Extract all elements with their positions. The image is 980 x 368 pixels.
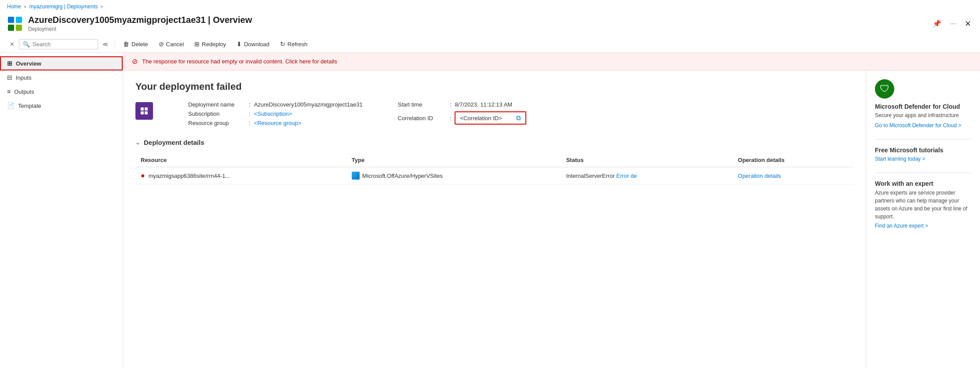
redeploy-button[interactable]: ⊞ Redeploy — [190, 38, 230, 50]
table-header-row: Resource Type Status Operation details — [135, 153, 853, 167]
page-header: AzureDiscovery1005myazmigproject1ae31 | … — [0, 13, 980, 36]
table-body: ● myazmigsapp6386site/rrn44-1... Microso… — [135, 167, 853, 184]
search-input[interactable] — [33, 41, 90, 48]
dep-sub-colon: : — [249, 110, 251, 117]
refresh-button[interactable]: ↻ Refresh — [276, 38, 312, 50]
sidebar-item-template[interactable]: 📄 Template — [0, 99, 123, 113]
dep-starttime-colon: : — [450, 101, 452, 108]
table-row: ● myazmigsapp6386site/rrn44-1... Microso… — [135, 167, 853, 184]
subscription-link[interactable]: <Subscription> — [254, 110, 292, 117]
resource-type-cell: Microsoft.OffAzure/HyperVSites — [352, 172, 556, 180]
dep-rg-colon: : — [249, 120, 251, 126]
tutorials-section: Free Microsoft tutorials Start learning … — [875, 147, 971, 162]
sidebar-item-inputs[interactable]: ⊟ Inputs — [0, 70, 123, 85]
cancel-icon: ⊘ — [159, 40, 164, 48]
rg-link[interactable]: <Resource group> — [254, 120, 302, 126]
sidebar-label-template: Template — [18, 103, 41, 109]
shield-icon: 🛡 — [880, 83, 889, 95]
col-status: Status — [561, 153, 733, 167]
svg-rect-5 — [145, 107, 148, 110]
col-operation: Operation details — [732, 153, 853, 167]
sidebar: ⊞ Overview ⊟ Inputs ≡ Outputs 📄 Template — [0, 53, 123, 368]
right-panel: 🛡 Microsoft Defender for Cloud Secure yo… — [866, 70, 980, 368]
inputs-icon: ⊟ — [7, 74, 12, 81]
close-button[interactable]: ✕ — [963, 17, 973, 30]
dep-name-value: AzureDiscovery1005myazmigproject1ae31 — [254, 101, 363, 108]
dep-name-colon: : — [249, 101, 251, 108]
expert-link[interactable]: Find an Azure expert > — [875, 223, 928, 229]
expert-title: Work with an expert — [875, 180, 971, 187]
delete-icon: 🗑 — [123, 40, 129, 48]
page-subtitle: Deployment — [28, 26, 925, 32]
alert-banner[interactable]: ⊘ The response for resource had empty or… — [123, 53, 980, 70]
download-icon: ⬇ — [237, 40, 242, 48]
collapse-button[interactable]: ✕ — [7, 39, 17, 49]
dep-rg-value: <Resource group> — [254, 120, 302, 126]
breadcrumb-sep1: > — [24, 4, 26, 9]
status-value: InternalServerError — [566, 173, 616, 179]
dep-sub-value: <Subscription> — [254, 110, 292, 117]
search-box[interactable]: 🔍 — [19, 39, 98, 49]
main-layout: ⊞ Overview ⊟ Inputs ≡ Outputs 📄 Template… — [0, 53, 980, 368]
more-options-button[interactable]: ··· — [948, 18, 958, 29]
expert-desc: Azure experts are service provider partn… — [875, 189, 971, 221]
expert-section: Work with an expert Azure experts are se… — [875, 180, 971, 229]
sidebar-item-outputs[interactable]: ≡ Outputs — [0, 85, 123, 99]
cell-resource: ● myazmigsapp6386site/rrn44-1... — [135, 167, 346, 184]
table-header: Resource Type Status Operation details — [135, 153, 853, 167]
sidebar-item-overview[interactable]: ⊞ Overview — [0, 56, 123, 70]
section-title: Deployment details — [144, 139, 204, 146]
content-area: Your deployment failed Deployment — [123, 70, 866, 368]
pin-button[interactable]: 📌 — [931, 18, 943, 29]
sidebar-label-inputs: Inputs — [16, 74, 31, 81]
section-header[interactable]: ⌄ Deployment details — [135, 139, 853, 146]
defender-link[interactable]: Go to Microsoft Defender for Cloud > — [875, 122, 961, 129]
tutorials-title: Free Microsoft tutorials — [875, 147, 971, 154]
dep-starttime-field: Start time : 8/7/2023, 11:12:13 AM — [398, 101, 527, 108]
breadcrumb-home[interactable]: Home — [7, 4, 21, 10]
start-learning-link[interactable]: Start learning today > — [875, 156, 925, 162]
search-icon: 🔍 — [23, 41, 30, 48]
divider-2 — [875, 173, 971, 173]
svg-rect-2 — [8, 25, 14, 31]
copy-icon[interactable]: ⧉ — [516, 114, 521, 122]
dep-starttime-value: 8/7/2023, 11:12:13 AM — [455, 101, 512, 108]
toolbar: ✕ 🔍 ≪ 🗑 Delete ⊘ Cancel ⊞ Redeploy ⬇ Dow… — [0, 36, 980, 53]
defender-title: Microsoft Defender for Cloud — [875, 103, 971, 110]
delete-button[interactable]: 🗑 Delete — [119, 38, 153, 50]
defender-icon: 🛡 — [875, 79, 894, 99]
divider-1 — [875, 139, 971, 140]
redeploy-icon: ⊞ — [194, 40, 200, 48]
col-type: Type — [346, 153, 561, 167]
svg-rect-3 — [16, 25, 22, 31]
dep-name-label: Deployment name — [188, 101, 245, 108]
expand-button[interactable]: ≪ — [100, 39, 111, 49]
correlation-id-value: <Correlation ID> — [460, 115, 513, 121]
sidebar-label-outputs: Outputs — [14, 88, 34, 95]
dep-correid-field: Correlation ID : <Correlation ID> ⧉ — [398, 111, 527, 125]
cancel-button[interactable]: ⊘ Cancel — [154, 38, 188, 50]
sidebar-label-overview: Overview — [16, 60, 41, 67]
breadcrumb-rg[interactable]: myazuremigrg | Deployments — [29, 4, 98, 10]
cell-type: Microsoft.OffAzure/HyperVSites — [346, 167, 561, 184]
dep-correid-colon: : — [450, 115, 452, 121]
dep-correid-label: Correlation ID — [398, 115, 446, 121]
breadcrumb-sep2: > — [100, 4, 103, 9]
deployment-icon — [135, 102, 153, 120]
deployment-failed-title: Your deployment failed — [135, 81, 853, 92]
error-details-link[interactable]: Error de — [616, 173, 637, 179]
cell-operation: Operation details — [732, 167, 853, 184]
breadcrumb: Home > myazuremigrg | Deployments > — [0, 0, 980, 13]
svg-rect-7 — [145, 111, 148, 114]
template-icon: 📄 — [7, 102, 15, 109]
defender-desc: Secure your apps and infrastructure — [875, 112, 971, 119]
operation-details-link[interactable]: Operation details — [738, 173, 781, 179]
dep-sub-label: Subscription — [188, 110, 245, 117]
resource-icon — [7, 16, 23, 32]
svg-rect-4 — [141, 107, 144, 110]
alert-text: The response for resource had empty or i… — [142, 58, 337, 65]
dep-rg-field: Resource group : <Resource group> — [188, 120, 363, 126]
cell-status: InternalServerError Error de — [561, 167, 733, 184]
download-button[interactable]: ⬇ Download — [232, 38, 274, 50]
svg-rect-6 — [141, 111, 144, 114]
